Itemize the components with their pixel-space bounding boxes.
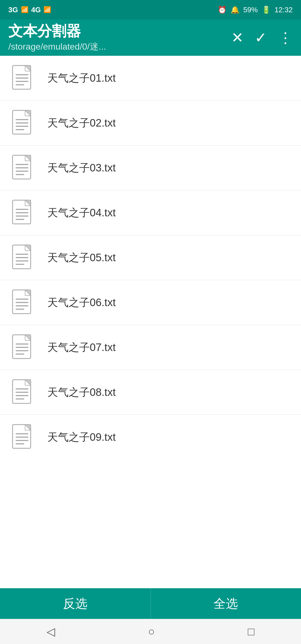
- file-icon: [11, 378, 36, 406]
- file-icon: [11, 244, 36, 272]
- list-item[interactable]: 天气之子03.txt: [0, 146, 301, 190]
- close-icon[interactable]: ✕: [231, 30, 244, 45]
- file-list: 天气之子01.txt 天气之子02.txt: [0, 56, 301, 588]
- app-subtitle: /storage/emulated/0/迷...: [8, 41, 226, 53]
- file-icon: [11, 109, 36, 137]
- file-name: 天气之子05.txt: [47, 251, 116, 265]
- alarm-icon: ⏰: [218, 6, 227, 14]
- clock: 12:32: [275, 6, 293, 14]
- list-item[interactable]: 天气之子04.txt: [0, 190, 301, 235]
- back-button[interactable]: ◁: [47, 625, 55, 638]
- select-all-button[interactable]: 全选: [151, 588, 301, 619]
- network-icons: 3G 📶 4G 📶: [8, 6, 51, 14]
- app-bar-actions: ✕ ✓ ⋮: [231, 30, 293, 45]
- list-item[interactable]: 天气之子07.txt: [0, 325, 301, 370]
- file-icon: [11, 64, 36, 92]
- app-title: 文本分割器: [8, 22, 226, 40]
- home-button[interactable]: ○: [148, 625, 155, 638]
- signal-icon-3g: 📶: [21, 6, 28, 13]
- battery-percent: 59%: [243, 6, 258, 14]
- svg-rect-24: [13, 200, 31, 224]
- file-icon: [11, 423, 36, 451]
- file-icon: [11, 333, 36, 361]
- file-name: 天气之子08.txt: [47, 385, 116, 400]
- status-right: ⏰ 🔔 59% 🔋 12:32: [218, 6, 293, 14]
- svg-rect-16: [13, 155, 31, 179]
- network-3g: 3G: [8, 6, 18, 14]
- list-item[interactable]: 天气之子01.txt: [0, 56, 301, 101]
- recents-button[interactable]: □: [248, 625, 254, 638]
- file-name: 天气之子04.txt: [47, 206, 116, 220]
- svg-rect-0: [13, 66, 31, 89]
- file-name: 天气之子06.txt: [47, 296, 116, 310]
- svg-rect-48: [13, 335, 31, 359]
- list-item[interactable]: 天气之子06.txt: [0, 280, 301, 325]
- app-bar: 文本分割器 /storage/emulated/0/迷... ✕ ✓ ⋮: [0, 20, 301, 56]
- bell-icon: 🔔: [230, 6, 239, 14]
- list-item[interactable]: 天气之子05.txt: [0, 235, 301, 280]
- file-name: 天气之子09.txt: [47, 430, 116, 444]
- file-icon: [11, 289, 36, 316]
- svg-rect-40: [13, 290, 31, 314]
- navigation-bar: ◁ ○ □: [0, 619, 301, 644]
- file-name: 天气之子07.txt: [47, 340, 116, 355]
- file-name: 天气之子02.txt: [47, 116, 116, 130]
- signal-icon-4g: 📶: [43, 6, 51, 13]
- invert-selection-button[interactable]: 反选: [0, 588, 151, 619]
- network-4g: 4G: [31, 6, 41, 14]
- svg-rect-32: [13, 245, 31, 269]
- svg-rect-56: [13, 380, 31, 403]
- check-icon[interactable]: ✓: [255, 30, 267, 45]
- app-bar-title-area: 文本分割器 /storage/emulated/0/迷...: [8, 22, 226, 53]
- status-bar: 3G 📶 4G 📶 ⏰ 🔔 59% 🔋 12:32: [0, 0, 301, 20]
- list-item[interactable]: 天气之子09.txt: [0, 415, 301, 459]
- bottom-bar: 反选 全选: [0, 588, 301, 619]
- battery-icon: 🔋: [262, 6, 271, 14]
- list-item[interactable]: 天气之子02.txt: [0, 101, 301, 146]
- file-icon: [11, 199, 36, 227]
- svg-rect-8: [13, 110, 31, 134]
- list-item[interactable]: 天气之子08.txt: [0, 370, 301, 415]
- more-options-icon[interactable]: ⋮: [278, 30, 293, 45]
- file-icon: [11, 154, 36, 182]
- file-name: 天气之子03.txt: [47, 161, 116, 175]
- file-name: 天气之子01.txt: [47, 71, 116, 85]
- svg-rect-64: [13, 425, 31, 448]
